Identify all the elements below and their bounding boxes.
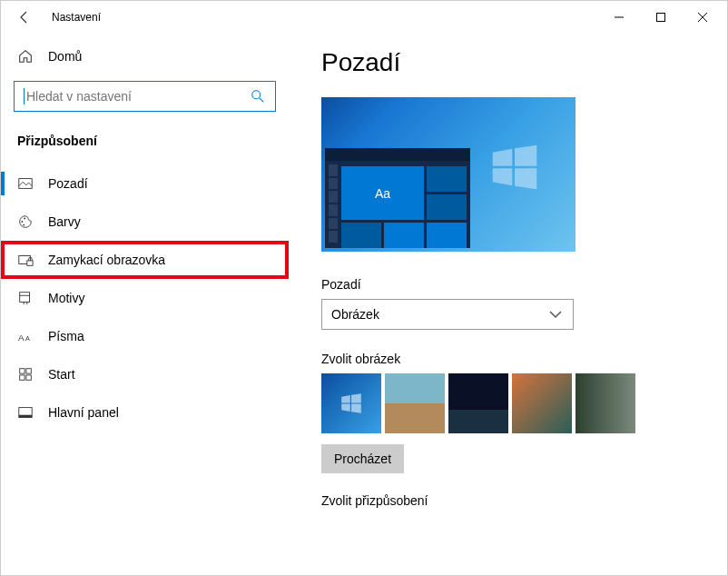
nav-label: Písma <box>48 329 84 343</box>
back-button[interactable] <box>5 1 44 34</box>
windows-logo-icon <box>490 143 539 192</box>
picture-thumbnails <box>321 373 705 433</box>
home-label: Domů <box>48 49 82 64</box>
nav-zamykaci-obrazovka[interactable]: Zamykací obrazovka <box>1 241 289 279</box>
picture-icon <box>17 175 34 192</box>
fonts-icon: AA <box>17 328 34 344</box>
nav-hlavni-panel[interactable]: Hlavní panel <box>1 393 289 432</box>
nav-label: Barvy <box>48 214 81 229</box>
thumbnail-3[interactable] <box>448 373 508 433</box>
chevron-down-icon <box>547 306 564 323</box>
titlebar: Nastavení <box>1 1 727 34</box>
thumbnail-4[interactable] <box>512 373 572 433</box>
palette-icon <box>17 214 34 230</box>
thumbnail-1[interactable] <box>321 373 381 433</box>
svg-rect-17 <box>20 375 25 380</box>
svg-rect-1 <box>657 14 665 22</box>
maximize-button[interactable] <box>640 3 682 32</box>
thumbnail-2[interactable] <box>385 373 445 433</box>
browse-button[interactable]: Procházet <box>321 444 404 473</box>
svg-rect-18 <box>26 375 31 380</box>
svg-rect-12 <box>20 293 30 303</box>
lock-screen-icon <box>17 252 34 268</box>
nav-label: Zamykací obrazovka <box>48 253 165 267</box>
nav-label: Start <box>48 367 75 382</box>
themes-icon <box>17 290 34 306</box>
nav-label: Hlavní panel <box>48 405 119 420</box>
nav-motivy[interactable]: Motivy <box>1 279 289 317</box>
minimize-button[interactable] <box>598 3 640 32</box>
nav-label: Pozadí <box>48 176 88 191</box>
nav-label: Motivy <box>48 291 84 305</box>
svg-point-4 <box>252 91 261 99</box>
choose-picture-label: Zvolit obrázek <box>321 352 705 366</box>
nav-start[interactable]: Start <box>1 355 289 393</box>
svg-point-7 <box>22 221 24 223</box>
svg-point-8 <box>24 218 25 220</box>
background-preview: Aa <box>321 97 576 252</box>
sidebar: Domů Přizpůsobení Pozadí Barvy Zamykací … <box>1 34 289 576</box>
background-dropdown-label: Pozadí <box>321 277 705 292</box>
close-button[interactable] <box>682 3 723 32</box>
preview-start-menu: Aa <box>325 148 470 248</box>
sample-text-tile: Aa <box>341 166 424 220</box>
search-icon <box>250 88 266 104</box>
content-pane: Pozadí Aa Pozadí Obrázek <box>289 34 727 576</box>
window-title: Nastavení <box>52 11 101 24</box>
start-icon <box>17 366 34 382</box>
svg-text:A: A <box>18 333 25 343</box>
svg-point-9 <box>23 224 25 226</box>
home-icon <box>17 48 34 65</box>
search-field[interactable] <box>26 89 250 104</box>
nav-barvy[interactable]: Barvy <box>1 203 289 241</box>
home-nav[interactable]: Domů <box>1 39 289 74</box>
choose-fit-label: Zvolit přizpůsobení <box>321 493 705 508</box>
svg-text:A: A <box>25 334 30 343</box>
svg-rect-20 <box>19 415 32 418</box>
svg-rect-11 <box>27 261 33 265</box>
svg-line-5 <box>260 98 264 103</box>
nav-pisma[interactable]: AA Písma <box>1 317 289 355</box>
nav-pozadi[interactable]: Pozadí <box>1 164 289 203</box>
page-title: Pozadí <box>321 48 705 77</box>
thumbnail-5[interactable] <box>576 373 635 433</box>
taskbar-icon <box>17 404 34 421</box>
search-input[interactable] <box>14 81 276 112</box>
svg-rect-16 <box>26 369 31 373</box>
svg-rect-15 <box>20 369 25 373</box>
background-type-dropdown[interactable]: Obrázek <box>321 299 574 330</box>
dropdown-value: Obrázek <box>331 307 379 322</box>
section-heading: Přizpůsobení <box>1 128 289 164</box>
